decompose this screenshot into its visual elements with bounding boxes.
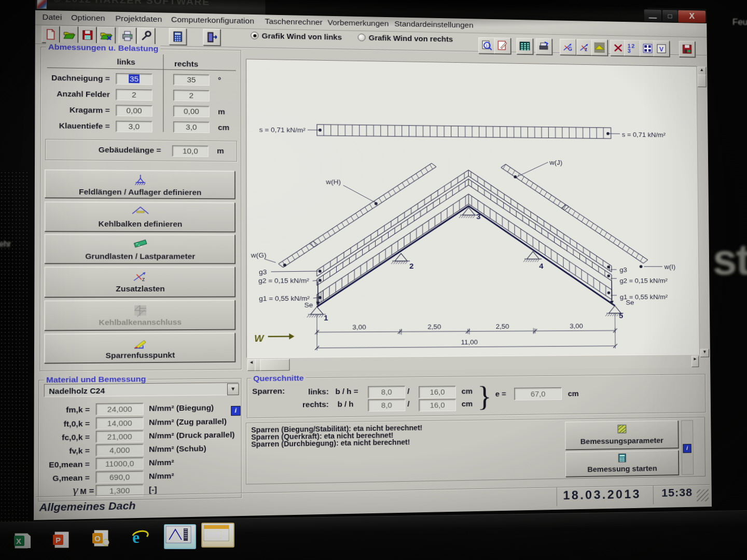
svg-text:w(H): w(H): [325, 178, 341, 186]
svg-text:3: 3: [476, 212, 480, 220]
svg-text:3: 3: [628, 48, 631, 53]
svg-text:g3: g3: [619, 266, 627, 273]
svg-text:w(I): w(I): [664, 263, 676, 271]
svg-text:g1 = 0,55 kN/m²: g1 = 0,55 kN/m²: [259, 295, 310, 302]
svg-text:2,50: 2,50: [496, 323, 509, 330]
svg-text:e: e: [132, 528, 140, 547]
svg-text:4: 4: [539, 262, 544, 270]
svg-text:3,00: 3,00: [570, 323, 583, 330]
svg-text:z: z: [142, 276, 145, 282]
svg-text:Se: Se: [626, 299, 634, 306]
svg-text:G: G: [568, 46, 572, 51]
svg-text:V: V: [659, 46, 664, 53]
svg-text:X: X: [16, 537, 21, 545]
svg-text:P: P: [56, 536, 61, 544]
svg-text:11,00: 11,00: [461, 339, 478, 346]
svg-text:s = 0,71 kN/m²: s = 0,71 kN/m²: [622, 131, 666, 139]
svg-text:O: O: [94, 534, 101, 543]
svg-text:2: 2: [631, 43, 634, 49]
svg-text:2: 2: [409, 262, 413, 270]
svg-text:5: 5: [619, 311, 624, 319]
svg-text:z: z: [585, 47, 587, 52]
svg-text:g2 = 0,15 kN/m²: g2 = 0,15 kN/m²: [258, 277, 309, 285]
svg-text:1: 1: [486, 44, 488, 48]
svg-text:Se: Se: [305, 301, 313, 309]
svg-text:g2 = 0,15 kN/m²: g2 = 0,15 kN/m²: [619, 277, 668, 284]
svg-text:g3: g3: [259, 268, 267, 275]
svg-text:w(G): w(G): [251, 251, 267, 259]
svg-text:3,00: 3,00: [352, 324, 366, 331]
svg-text:s = 0,71 kN/m²: s = 0,71 kN/m²: [259, 126, 306, 134]
svg-text:W: W: [254, 333, 265, 344]
svg-text:1: 1: [324, 314, 328, 322]
svg-text:w(J): w(J): [549, 159, 562, 166]
svg-text:2,50: 2,50: [427, 323, 441, 330]
